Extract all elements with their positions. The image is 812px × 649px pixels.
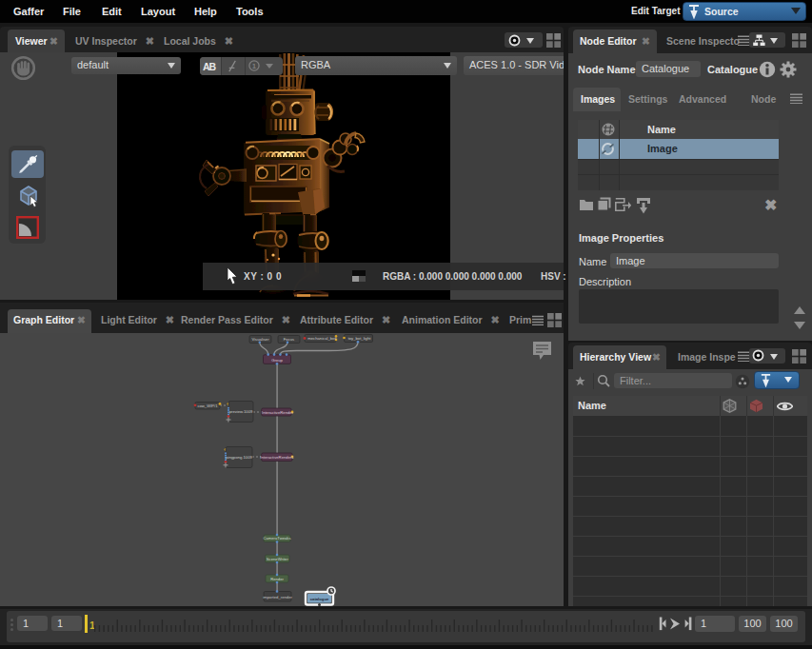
svg-text:CameraTweaks: CameraTweaks xyxy=(263,536,290,541)
svg-text:imported_render: imported_render xyxy=(263,595,292,600)
svg-text:preview.1009: preview.1009 xyxy=(229,409,253,414)
svg-text:cow_WIP/1: cow_WIP/1 xyxy=(197,403,218,408)
svg-text:InteractiveRender: InteractiveRender xyxy=(262,410,294,415)
svg-text:1: 1 xyxy=(252,62,257,70)
svg-text:toy_bot_light: toy_bot_light xyxy=(348,336,372,341)
svg-text:catalogue: catalogue xyxy=(310,597,329,601)
svg-text:Group: Group xyxy=(271,358,283,363)
svg-text:InteractiveRender1: InteractiveRender1 xyxy=(260,455,294,460)
svg-text:SceneWriter: SceneWriter xyxy=(267,557,289,561)
svg-text:Focus: Focus xyxy=(284,337,294,342)
svg-text:Render: Render xyxy=(270,577,284,581)
svg-text:pingpong.1009: pingpong.1009 xyxy=(226,455,252,460)
svg-text:Visualiser: Visualiser xyxy=(251,337,269,342)
svg-text:mechanical_bott: mechanical_bott xyxy=(307,336,337,341)
